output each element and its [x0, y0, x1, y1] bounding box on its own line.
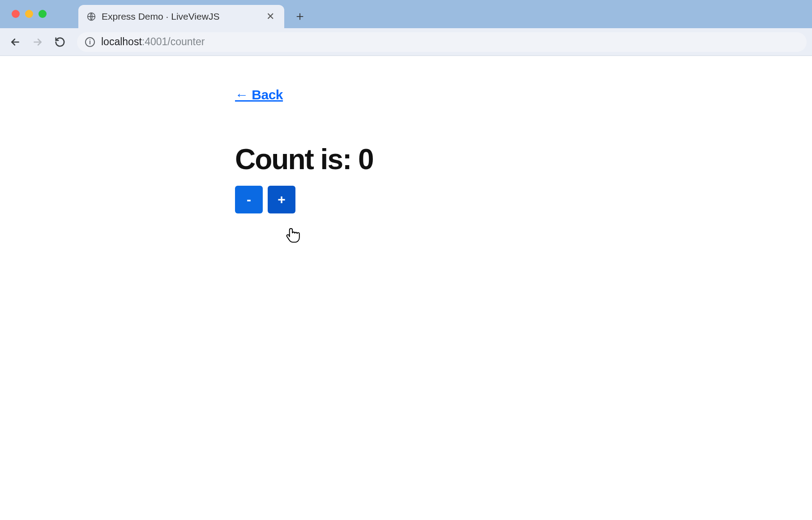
- forward-button[interactable]: [28, 32, 47, 52]
- browser-tab-active[interactable]: Express Demo · LiveViewJS ✕: [78, 5, 284, 28]
- minimize-window-button[interactable]: [25, 10, 33, 18]
- back-link[interactable]: ← Back: [235, 87, 283, 102]
- browser-titlebar: Express Demo · LiveViewJS ✕ ＋: [0, 0, 812, 28]
- reload-button[interactable]: [50, 32, 70, 52]
- increment-button[interactable]: +: [268, 186, 295, 213]
- count-heading: Count is: 0: [235, 143, 683, 176]
- url-path: :4001/counter: [142, 36, 205, 47]
- address-bar[interactable]: i localhost:4001/counter: [77, 32, 807, 52]
- page-content: ← Back Count is: 0 - +: [235, 87, 683, 213]
- close-window-button[interactable]: [12, 10, 20, 18]
- url-text: localhost:4001/counter: [101, 36, 205, 48]
- back-button[interactable]: [5, 32, 25, 52]
- url-host: localhost: [101, 36, 142, 47]
- close-tab-button[interactable]: ✕: [265, 10, 276, 23]
- counter-buttons: - +: [235, 186, 683, 213]
- new-tab-button[interactable]: ＋: [289, 5, 311, 27]
- page-viewport: ← Back Count is: 0 - +: [0, 56, 812, 520]
- count-value: 0: [358, 143, 373, 175]
- site-info-icon[interactable]: i: [85, 37, 95, 47]
- browser-toolbar: i localhost:4001/counter: [0, 28, 812, 56]
- maximize-window-button[interactable]: [38, 10, 47, 18]
- globe-icon: [86, 12, 96, 21]
- window-controls: [12, 10, 47, 18]
- count-label: Count is:: [235, 143, 358, 175]
- cursor-pointer-icon: [284, 224, 300, 243]
- tab-title: Express Demo · LiveViewJS: [102, 11, 219, 22]
- decrement-button[interactable]: -: [235, 186, 263, 213]
- tab-strip: Express Demo · LiveViewJS ✕ ＋: [78, 0, 311, 28]
